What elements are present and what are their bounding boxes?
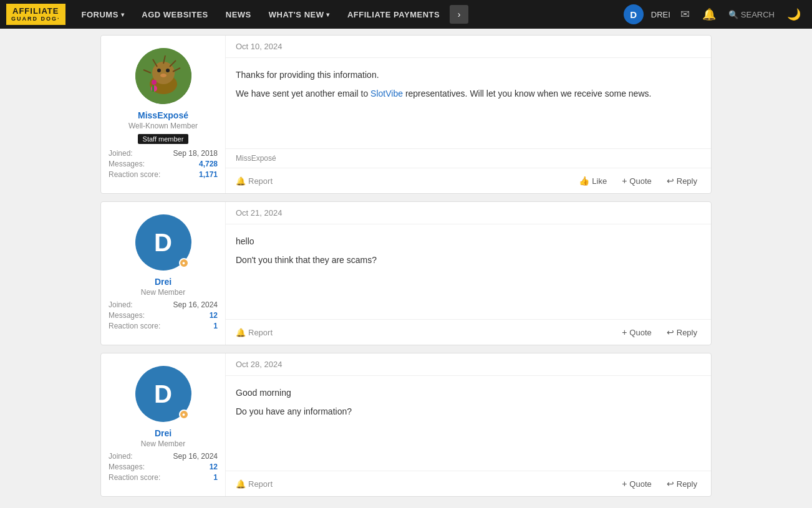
- report-icon-2: 🔔: [236, 328, 246, 337]
- post-card-3: D ● Drei New Member Joined: Sep 16, 2024…: [100, 353, 712, 497]
- logo-line2: GUARD DOG·: [11, 16, 60, 22]
- online-indicator-2: ●: [179, 258, 189, 268]
- post-content-2: hello Don't you think that they are scam…: [226, 224, 711, 319]
- site-logo[interactable]: AFFILIATE GUARD DOG·: [6, 4, 65, 25]
- author-name-3[interactable]: Drei: [155, 428, 172, 438]
- nav-username[interactable]: DREI: [651, 10, 670, 19]
- quote-btn-1[interactable]: + Quote: [618, 173, 655, 188]
- post-body-3: Oct 28, 2024 Good morning Do you have an…: [226, 353, 711, 496]
- post-date-1: Oct 10, 2024: [226, 36, 711, 58]
- svg-point-5: [160, 74, 167, 77]
- post-body-1: Oct 10, 2024 Thanks for providing this i…: [226, 36, 711, 193]
- nav-agd-websites[interactable]: AGD WEBSITES: [134, 0, 215, 29]
- author-meta-3: Joined: Sep 16, 2024 Messages: 12 Reacti…: [109, 452, 218, 484]
- post-date-3: Oct 28, 2024: [226, 353, 711, 376]
- quote-icon-2: +: [622, 327, 627, 337]
- author-role-2: New Member: [141, 288, 185, 297]
- avatar-2: D ●: [135, 214, 191, 271]
- post-actions-1: 👍 Like + Quote ↩ Reply: [575, 173, 701, 188]
- post-footer-1: 🔔 Report 👍 Like + Quote ↩ Reply: [226, 168, 711, 193]
- post-actions-3: + Quote ↩ Reply: [618, 476, 701, 491]
- like-btn-1[interactable]: 👍 Like: [575, 173, 611, 188]
- page-content: MissExposé Well-Known Member Staff membe…: [94, 29, 718, 508]
- post-body-2: Oct 21, 2024 hello Don't you think that …: [226, 202, 711, 345]
- quote-btn-2[interactable]: + Quote: [618, 325, 655, 340]
- messages-icon[interactable]: ✉: [675, 7, 695, 21]
- report-icon-3: 🔔: [236, 479, 246, 489]
- author-name-1[interactable]: MissExposé: [138, 110, 188, 120]
- staff-badge-1: Staff member: [138, 134, 189, 144]
- navbar: AFFILIATE GUARD DOG· FORUMS ▾ AGD WEBSIT…: [0, 0, 812, 29]
- post-sidebar-3: D ● Drei New Member Joined: Sep 16, 2024…: [101, 353, 226, 496]
- post-sidebar-2: D ● Drei New Member Joined: Sep 16, 2024…: [101, 202, 226, 345]
- quote-btn-3[interactable]: + Quote: [618, 476, 655, 491]
- reply-icon-3: ↩: [667, 479, 674, 489]
- svg-point-7: [152, 80, 157, 85]
- nav-whats-new[interactable]: WHAT'S NEW ▾: [261, 0, 337, 29]
- post-card-2: D ● Drei New Member Joined: Sep 16, 2024…: [100, 201, 712, 345]
- logo-line1: AFFILIATE: [11, 6, 60, 16]
- report-btn-3[interactable]: 🔔 Report: [236, 479, 273, 489]
- avatar-1: [135, 48, 191, 104]
- post-quote-attr-1: MissExposé: [226, 148, 711, 168]
- post-actions-2: + Quote ↩ Reply: [618, 325, 701, 340]
- report-btn-2[interactable]: 🔔 Report: [236, 328, 273, 337]
- post-card-1: MissExposé Well-Known Member Staff membe…: [100, 35, 712, 194]
- svg-point-4: [166, 69, 170, 72]
- author-role-1: Well-Known Member: [128, 122, 198, 130]
- avatar-3: D ●: [135, 366, 191, 422]
- quote-icon-3: +: [622, 479, 627, 489]
- svg-point-3: [157, 69, 161, 72]
- post-content-3: Good morning Do you have any information…: [226, 376, 711, 471]
- post-footer-2: 🔔 Report + Quote ↩ Reply: [226, 319, 711, 345]
- author-meta-2: Joined: Sep 16, 2024 Messages: 12 Reacti…: [109, 300, 218, 332]
- user-avatar-nav[interactable]: D: [624, 4, 644, 24]
- svg-rect-8: [152, 85, 154, 92]
- report-icon-1: 🔔: [236, 176, 246, 186]
- nav-news[interactable]: NEWS: [218, 0, 259, 29]
- nav-affiliate-payments[interactable]: AFFILIATE PAYMENTS: [340, 0, 447, 29]
- online-indicator-3: ●: [179, 410, 189, 419]
- reply-btn-3[interactable]: ↩ Reply: [663, 476, 701, 491]
- theme-toggle-icon[interactable]: 🌙: [782, 7, 806, 21]
- author-name-2[interactable]: Drei: [155, 277, 172, 287]
- like-icon-1: 👍: [579, 176, 589, 186]
- search-button[interactable]: 🔍 SEARCH: [723, 10, 780, 19]
- post-date-2: Oct 21, 2024: [226, 202, 711, 224]
- author-meta-1: Joined: Sep 18, 2018 Messages: 4,728 Rea…: [109, 149, 218, 181]
- reply-btn-2[interactable]: ↩ Reply: [663, 325, 701, 340]
- notifications-icon[interactable]: 🔔: [697, 7, 721, 21]
- report-btn-1[interactable]: 🔔 Report: [236, 176, 273, 186]
- post-sidebar-1: MissExposé Well-Known Member Staff membe…: [101, 36, 226, 193]
- post-footer-3: 🔔 Report + Quote ↩ Reply: [226, 471, 711, 496]
- reply-btn-1[interactable]: ↩ Reply: [663, 173, 701, 188]
- reply-icon-1: ↩: [667, 176, 674, 186]
- nav-more-chevron[interactable]: ›: [450, 5, 468, 24]
- author-role-3: New Member: [141, 439, 185, 448]
- post-content-1: Thanks for providing this information. W…: [226, 58, 711, 148]
- reply-icon-2: ↩: [667, 327, 674, 337]
- nav-forums[interactable]: FORUMS ▾: [74, 0, 132, 29]
- whats-new-dropdown-arrow: ▾: [326, 11, 330, 18]
- forums-dropdown-arrow: ▾: [121, 11, 125, 18]
- search-icon: 🔍: [728, 10, 738, 19]
- quote-icon-1: +: [622, 176, 627, 186]
